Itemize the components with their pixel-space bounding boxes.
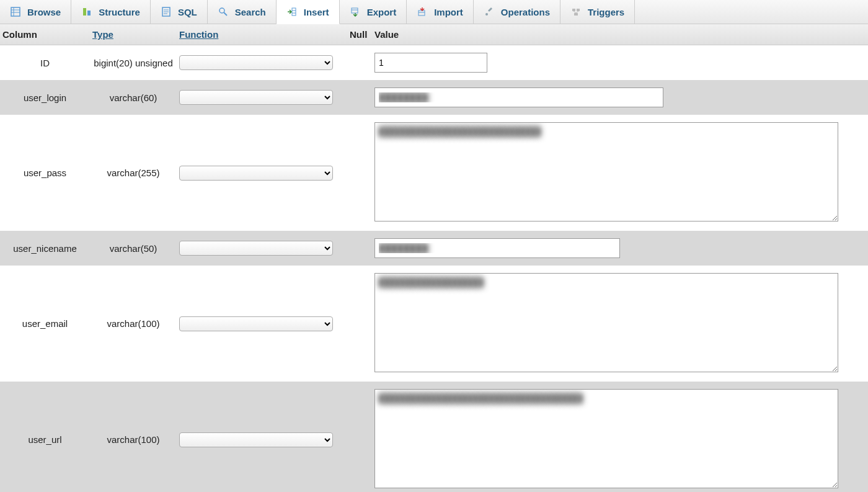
tab-bar: Browse Structure SQL Search Insert Expor… bbox=[0, 0, 868, 24]
tab-triggers[interactable]: Triggers bbox=[560, 0, 635, 24]
header-null: Null bbox=[347, 24, 372, 45]
column-type: varchar(255) bbox=[90, 165, 177, 181]
function-select[interactable] bbox=[179, 432, 333, 447]
column-type: varchar(100) bbox=[90, 316, 177, 331]
structure-icon bbox=[81, 6, 92, 17]
tab-browse-label: Browse bbox=[27, 7, 61, 17]
null-cell bbox=[347, 246, 372, 251]
svg-rect-5 bbox=[87, 11, 91, 16]
value-cell bbox=[372, 50, 868, 75]
function-select[interactable] bbox=[179, 55, 333, 70]
tab-insert[interactable]: Insert bbox=[277, 0, 340, 24]
tab-triggers-label: Triggers bbox=[588, 7, 624, 17]
value-input[interactable] bbox=[374, 53, 487, 73]
header-value: Value bbox=[372, 24, 868, 45]
value-input[interactable] bbox=[374, 389, 838, 488]
tab-import[interactable]: Import bbox=[407, 0, 474, 24]
value-input[interactable] bbox=[374, 273, 838, 372]
header-column: Column bbox=[0, 24, 90, 45]
function-cell bbox=[177, 87, 347, 107]
svg-point-19 bbox=[485, 13, 488, 16]
value-cell bbox=[372, 85, 868, 110]
table-row: user_loginvarchar(60) bbox=[0, 80, 868, 115]
svg-rect-22 bbox=[574, 13, 578, 16]
tab-export[interactable]: Export bbox=[340, 0, 407, 24]
tab-import-label: Import bbox=[434, 7, 463, 17]
column-name: user_url bbox=[0, 432, 90, 447]
function-select[interactable] bbox=[179, 241, 333, 256]
tab-sql[interactable]: SQL bbox=[151, 0, 208, 24]
svg-rect-17 bbox=[418, 11, 425, 16]
value-cell bbox=[372, 271, 868, 377]
tab-insert-label: Insert bbox=[304, 7, 329, 17]
search-icon bbox=[218, 6, 229, 17]
table-row: user_urlvarchar(100) bbox=[0, 382, 868, 492]
table-row: user_nicenamevarchar(50) bbox=[0, 231, 868, 266]
import-icon bbox=[417, 6, 428, 17]
svg-line-23 bbox=[574, 11, 576, 13]
value-input[interactable] bbox=[374, 238, 620, 258]
svg-rect-0 bbox=[11, 7, 20, 16]
tab-structure[interactable]: Structure bbox=[71, 0, 151, 24]
tab-structure-label: Structure bbox=[99, 7, 140, 17]
function-select[interactable] bbox=[179, 166, 333, 181]
table-row: IDbigint(20) unsigned bbox=[0, 45, 868, 80]
function-select[interactable] bbox=[179, 316, 333, 331]
operations-icon bbox=[484, 6, 495, 17]
table-header: Column Type Function Null Value bbox=[0, 24, 868, 45]
column-name: ID bbox=[0, 55, 90, 71]
null-cell bbox=[347, 171, 372, 176]
null-cell bbox=[347, 321, 372, 326]
column-type: varchar(60) bbox=[90, 90, 177, 105]
svg-line-24 bbox=[576, 11, 578, 13]
function-cell bbox=[177, 163, 347, 183]
tab-export-label: Export bbox=[367, 7, 397, 17]
value-input[interactable] bbox=[374, 122, 838, 221]
table-row: user_emailvarchar(100) bbox=[0, 266, 868, 382]
function-select[interactable] bbox=[179, 90, 333, 105]
tab-browse[interactable]: Browse bbox=[0, 0, 71, 24]
null-cell bbox=[347, 437, 372, 442]
value-cell bbox=[372, 120, 868, 226]
svg-rect-15 bbox=[352, 8, 358, 13]
tab-operations[interactable]: Operations bbox=[474, 0, 560, 24]
header-function[interactable]: Function bbox=[177, 24, 347, 45]
null-cell bbox=[347, 95, 372, 100]
value-cell bbox=[372, 236, 868, 261]
column-type: varchar(50) bbox=[90, 241, 177, 256]
tab-sql-label: SQL bbox=[178, 7, 197, 17]
insert-icon bbox=[286, 6, 298, 17]
tab-search-label: Search bbox=[235, 7, 266, 17]
triggers-icon bbox=[570, 6, 582, 17]
function-cell bbox=[177, 430, 347, 450]
column-name: user_login bbox=[0, 90, 90, 105]
function-cell bbox=[177, 314, 347, 334]
column-name: user_pass bbox=[0, 165, 90, 181]
tab-operations-label: Operations bbox=[501, 7, 550, 17]
column-type: varchar(100) bbox=[90, 432, 177, 447]
value-input[interactable] bbox=[374, 87, 663, 107]
value-cell bbox=[372, 387, 868, 492]
browse-icon bbox=[10, 6, 21, 17]
table-row: user_passvarchar(255) bbox=[0, 115, 868, 231]
function-cell bbox=[177, 238, 347, 258]
svg-rect-21 bbox=[577, 9, 580, 11]
function-cell bbox=[177, 53, 347, 73]
export-icon bbox=[350, 6, 361, 17]
svg-rect-12 bbox=[292, 8, 296, 16]
column-type: bigint(20) unsigned bbox=[90, 55, 177, 71]
column-name: user_email bbox=[0, 316, 90, 331]
svg-line-11 bbox=[224, 12, 227, 16]
svg-point-10 bbox=[219, 8, 224, 13]
column-name: user_nicename bbox=[0, 241, 90, 256]
svg-rect-4 bbox=[83, 8, 86, 16]
sql-icon bbox=[161, 6, 172, 17]
svg-rect-20 bbox=[572, 9, 575, 11]
tab-search[interactable]: Search bbox=[208, 0, 277, 24]
header-type[interactable]: Type bbox=[90, 24, 177, 45]
null-cell bbox=[347, 60, 372, 65]
